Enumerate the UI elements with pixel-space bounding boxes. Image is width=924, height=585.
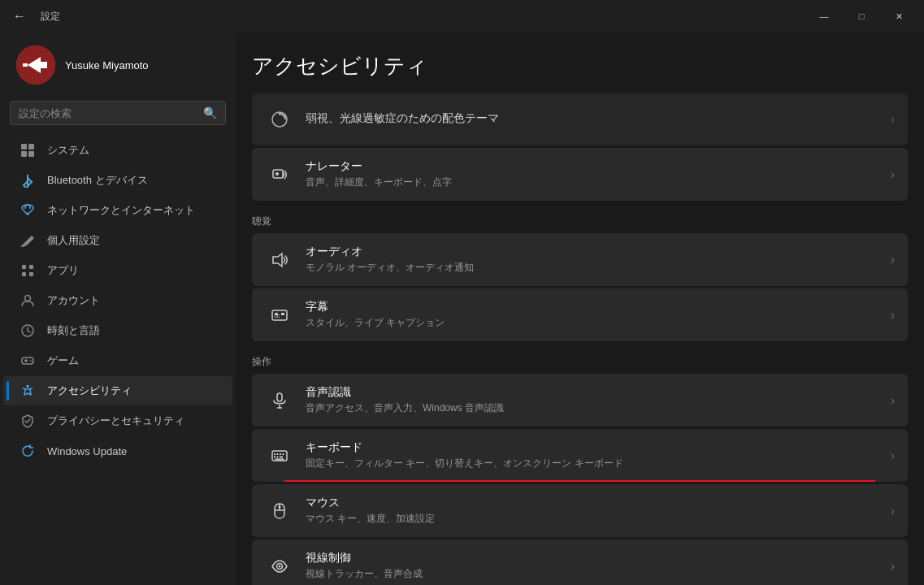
sidebar-item-apps[interactable]: アプリ [3,256,232,285]
sidebar-item-network-label: ネットワークとインターネット [47,203,195,218]
svg-rect-4 [28,144,34,150]
sidebar-item-time[interactable]: 時刻と言語 [3,316,232,345]
personal-icon [20,232,36,249]
accounts-icon [20,292,36,309]
keyboard-chevron: › [891,448,895,463]
gaming-icon [20,353,36,369]
time-icon [20,323,36,339]
svg-rect-10 [22,272,26,276]
svg-point-19 [26,385,29,388]
windows-update-icon [20,443,36,459]
sidebar-item-personal[interactable]: 個人用設定 [3,226,232,255]
sidebar-item-apps-label: アプリ [47,263,79,278]
narrator-desc: 音声、詳細度、キーボード、点字 [306,176,883,189]
svg-point-7 [27,213,29,215]
sidebar-item-system[interactable]: システム [3,136,232,165]
minimize-button[interactable]: — [805,4,843,28]
svg-rect-5 [21,151,27,157]
svg-rect-3 [21,144,27,150]
voice-text: 音声認識 音声アクセス、音声入力、Windows 音声認識 [306,385,883,415]
setting-item-eye-control[interactable]: 視線制御 視線トラッカー、音声合成 › [252,540,908,585]
mouse-name: マウス [306,496,883,510]
sidebar-item-bluetooth-label: Bluetooth とデバイス [47,173,148,188]
svg-rect-37 [274,456,275,457]
privacy-icon [20,413,36,429]
setting-item-mouse[interactable]: マウス マウス キー、速度、加速設定 › [252,484,908,537]
narrator-icon [265,160,294,189]
search-box[interactable]: 🔍 [10,101,226,125]
settings-window: ← 設定 — □ ✕ Yusuke Miyamoto [0,0,924,585]
narrator-chevron: › [891,167,895,182]
search-area: 🔍 [0,98,236,135]
keyboard-name: キーボード [306,440,883,455]
color-theme-name: 弱視、光線過敏症のための配色テーマ [306,111,883,126]
sidebar-item-system-label: システム [47,143,89,158]
search-input[interactable] [19,107,197,119]
svg-rect-29 [277,393,282,401]
titlebar-left: ← 設定 [7,3,60,29]
keyboard-desc: 固定キー、フィルター キー、切り替えキー、オンスクリーン キーボード [306,457,883,470]
setting-item-audio[interactable]: オーディオ モノラル オーディオ、オーディオ通知 › [252,233,908,286]
color-theme-chevron: › [891,112,895,127]
sidebar-item-personal-label: 個人用設定 [47,233,100,248]
content-area: Yusuke Miyamoto 🔍 [0,32,924,585]
setting-item-color-theme[interactable]: 弱視、光線過敏症のための配色テーマ › [252,93,908,145]
user-section: Yusuke Miyamoto [0,32,236,98]
svg-text:CC: CC [275,314,281,318]
operation-section-header: 操作 [252,344,908,374]
setting-item-captions[interactable]: CC 字幕 スタイル、ライブ キャプション › [252,288,908,341]
accessibility-icon [20,383,36,399]
audio-text: オーディオ モノラル オーディオ、オーディオ通知 [306,245,883,275]
system-icon [20,142,36,158]
setting-item-narrator[interactable]: ナレーター 音声、詳細度、キーボード、点字 › [252,148,908,201]
bluetooth-icon [20,172,36,188]
mouse-text: マウス マウス キー、速度、加速設定 [306,496,883,526]
voice-icon [265,386,294,415]
keyboard-icon [265,441,294,470]
sidebar-item-gaming[interactable]: ゲーム [3,346,232,375]
captions-text: 字幕 スタイル、ライブ キャプション [306,300,883,330]
sidebar-item-windows-update-label: Windows Update [47,445,127,457]
captions-chevron: › [891,308,895,323]
sidebar-item-accounts[interactable]: アカウント [3,286,232,315]
sidebar-item-accessibility-label: アクセシビリティ [47,384,132,398]
captions-icon: CC [265,301,294,330]
sidebar-item-network[interactable]: ネットワークとインターネット [3,196,232,225]
sidebar-item-privacy[interactable]: プライバシーとセキュリティ [3,406,232,436]
voice-name: 音声認識 [306,385,883,400]
close-button[interactable]: ✕ [880,4,917,28]
main-content: アクセシビリティ 弱視、光線過敏症のための配色テーマ › [236,32,924,585]
voice-desc: 音声アクセス、音声入力、Windows 音声認識 [306,401,883,415]
sidebar-item-windows-update[interactable]: Windows Update [3,436,232,466]
avatar [16,46,55,84]
svg-rect-27 [281,313,284,315]
sidebar-item-privacy-label: プライバシーとセキュリティ [47,414,184,428]
svg-rect-40 [275,458,284,460]
svg-rect-35 [280,453,281,455]
mouse-icon [265,496,294,526]
setting-item-voice[interactable]: 音声認識 音声アクセス、音声入力、Windows 音声認識 › [252,374,908,427]
setting-item-keyboard[interactable]: キーボード 固定キー、フィルター キー、切り替えキー、オンスクリーン キーボード… [252,429,908,482]
narrator-text: ナレーター 音声、詳細度、キーボード、点字 [306,159,883,189]
sidebar: Yusuke Miyamoto 🔍 [0,32,236,585]
sidebar-item-accounts-label: アカウント [47,293,100,308]
audio-chevron: › [891,253,895,267]
username: Yusuke Miyamoto [65,59,149,72]
audio-desc: モノラル オーディオ、オーディオ通知 [306,261,883,275]
titlebar: ← 設定 — □ ✕ [0,0,924,32]
window-title: 設定 [41,10,60,24]
svg-rect-39 [280,456,283,457]
svg-point-17 [29,360,31,362]
maximize-button[interactable]: □ [843,4,880,28]
color-theme-text: 弱視、光線過敏症のための配色テーマ [306,111,883,128]
svg-rect-6 [28,151,34,157]
svg-rect-38 [277,456,279,457]
sidebar-item-accessibility[interactable]: アクセシビリティ [3,376,232,405]
back-button[interactable]: ← [7,3,33,29]
svg-rect-34 [277,453,279,455]
sidebar-item-bluetooth[interactable]: Bluetooth とデバイス [3,166,232,195]
svg-point-45 [279,565,281,567]
eye-control-desc: 視線トラッカー、音声合成 [306,567,883,581]
keyboard-text: キーボード 固定キー、フィルター キー、切り替えキー、オンスクリーン キーボード [306,440,883,470]
apps-icon [20,262,36,279]
